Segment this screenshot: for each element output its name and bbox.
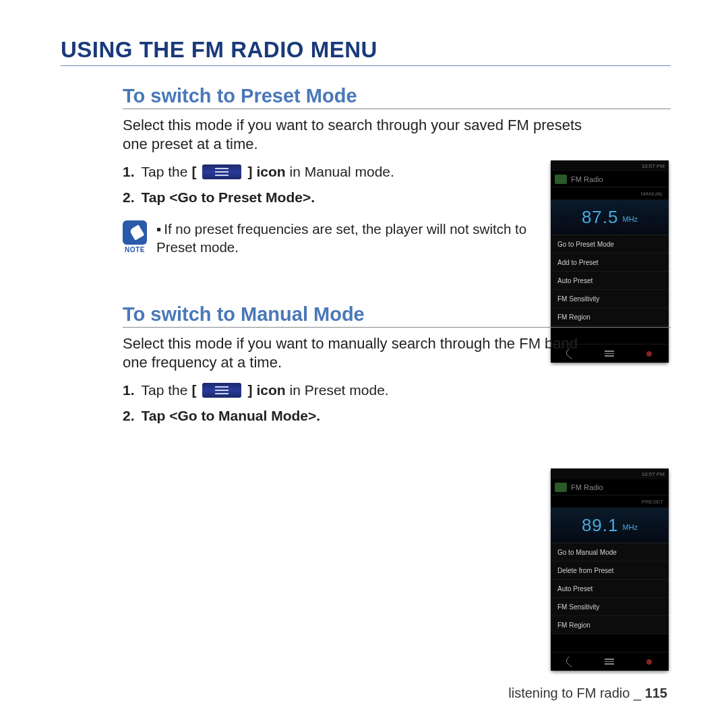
record-button[interactable] xyxy=(642,657,656,667)
device-screenshot-2: 10:57 PM FM Radio PRESET 89.1 MHz Go to … xyxy=(551,468,669,671)
note-label: NOTE xyxy=(125,246,145,253)
section-manual-mode: To switch to Manual Mode Select this mod… xyxy=(61,303,671,424)
menu-item[interactable]: Auto Preset xyxy=(551,272,669,290)
section-title: To switch to Preset Mode xyxy=(123,85,671,109)
section-intro: Select this mode if you want to search t… xyxy=(123,116,595,153)
menu-item[interactable]: Delete from Preset xyxy=(551,562,669,580)
menu-button[interactable] xyxy=(603,657,616,667)
frequency-value: 89.1 xyxy=(582,515,619,536)
radio-app-icon xyxy=(555,175,567,184)
menu-item[interactable]: Auto Preset xyxy=(551,580,669,598)
step-1: 1. Tap the [ ] icon in Preset mode. xyxy=(123,382,671,398)
step-number: 1. xyxy=(123,382,135,398)
menu-item[interactable]: FM Sensitivity xyxy=(551,598,669,616)
section-intro: Select this mode if you want to manually… xyxy=(123,334,595,371)
menu-item[interactable]: FM Region xyxy=(551,616,669,634)
back-button[interactable] xyxy=(564,657,577,667)
step-number: 2. xyxy=(123,408,135,424)
note-text: ▪If no preset frequencies are set, the p… xyxy=(156,220,541,256)
radio-app-icon xyxy=(555,483,567,492)
step-number: 1. xyxy=(123,164,135,180)
page-footer: listening to FM radio _ 115 xyxy=(508,686,667,701)
menu-item[interactable]: Go to Preset Mode xyxy=(551,235,669,253)
menu-icon xyxy=(202,164,241,179)
step-number: 2. xyxy=(123,189,135,206)
note-icon xyxy=(123,220,147,245)
menu-item[interactable]: Add to Preset xyxy=(551,253,669,272)
section-title: To switch to Manual Mode xyxy=(123,303,671,328)
note-block: NOTE ▪If no preset frequencies are set, … xyxy=(123,220,541,256)
frequency-value: 87.5 xyxy=(582,207,619,228)
menu-icon xyxy=(202,383,241,398)
menu-item[interactable]: Go to Manual Mode xyxy=(551,543,669,562)
step-2: 2. Tap <Go to Manual Mode>. xyxy=(123,408,671,424)
page-title: USING THE FM RADIO MENU xyxy=(61,37,671,66)
